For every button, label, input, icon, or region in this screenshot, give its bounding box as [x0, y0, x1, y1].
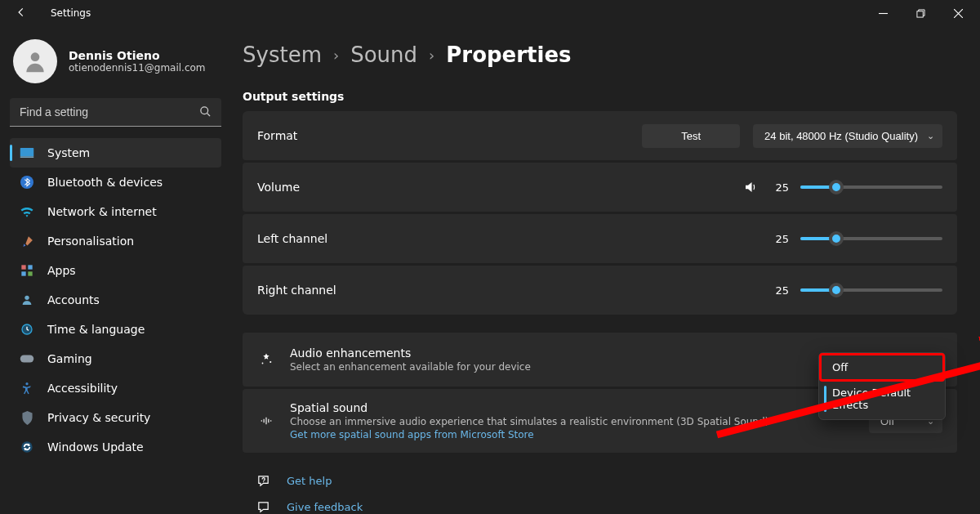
app-title: Settings	[51, 7, 91, 19]
audio-enh-sub: Select an enhancement available for your…	[290, 361, 531, 373]
section-output-label: Output settings	[243, 90, 957, 103]
right-channel-slider[interactable]	[800, 282, 942, 298]
sidebar-item-gaming[interactable]: Gaming	[10, 344, 221, 373]
chevron-right-icon: ›	[333, 47, 339, 64]
user-email: otienodennis11@gmail.com	[69, 62, 206, 74]
sidebar-item-bluetooth[interactable]: Bluetooth & devices	[10, 168, 221, 197]
user-block[interactable]: Dennis Otieno otienodennis11@gmail.com	[10, 39, 221, 98]
svg-point-10	[24, 296, 29, 300]
sidebar-item-label: Gaming	[47, 352, 92, 365]
sidebar-item-label: Personalisation	[47, 235, 134, 248]
right-channel-label: Right channel	[257, 284, 336, 297]
apps-icon	[20, 263, 34, 278]
brush-icon	[20, 234, 34, 248]
left-channel-value: 25	[769, 233, 789, 245]
back-button[interactable]	[15, 7, 28, 20]
sidebar-item-time[interactable]: Time & language	[10, 315, 221, 344]
svg-rect-13	[20, 355, 34, 363]
sidebar-item-label: Apps	[47, 264, 76, 277]
row-volume: Volume 25	[243, 163, 957, 212]
svg-point-18	[263, 480, 264, 481]
titlebar: Settings	[0, 0, 980, 26]
sidebar-item-label: Privacy & security	[47, 411, 150, 424]
search-icon	[199, 105, 212, 120]
svg-point-17	[262, 363, 264, 364]
sidebar-item-update[interactable]: Windows Update	[10, 432, 221, 462]
sidebar-item-label: Network & internet	[47, 205, 157, 218]
shield-icon	[20, 410, 34, 425]
minimize-button[interactable]	[864, 0, 902, 26]
format-dropdown[interactable]: 24 bit, 48000 Hz (Studio Quality) ⌄	[753, 124, 942, 148]
wifi-icon	[20, 204, 34, 219]
svg-point-14	[25, 382, 28, 385]
svg-rect-4	[20, 157, 34, 159]
breadcrumb: System › Sound › Properties	[243, 42, 957, 67]
speaker-icon[interactable]	[743, 180, 758, 194]
get-help-link[interactable]: Get help	[254, 467, 934, 494]
right-channel-value: 25	[769, 284, 789, 297]
page-title: Properties	[446, 42, 571, 67]
sidebar: Dennis Otieno otienodennis11@gmail.com S…	[0, 26, 231, 514]
close-button[interactable]	[939, 0, 977, 26]
enhancements-icon	[257, 352, 275, 367]
accessibility-icon	[20, 381, 34, 396]
row-right-channel: Right channel 25	[243, 266, 957, 315]
sidebar-item-network[interactable]: Network & internet	[10, 197, 221, 226]
volume-slider[interactable]	[800, 179, 942, 195]
sidebar-item-privacy[interactable]: Privacy & security	[10, 403, 221, 432]
clock-icon	[20, 322, 34, 337]
spatial-icon	[257, 414, 275, 427]
gaming-icon	[20, 351, 34, 366]
bluetooth-icon	[20, 175, 34, 190]
left-channel-label: Left channel	[257, 232, 327, 245]
sidebar-item-label: Accounts	[47, 293, 100, 306]
feedback-icon	[254, 500, 272, 514]
spatial-title: Spatial sound	[290, 401, 768, 414]
breadcrumb-system[interactable]: System	[243, 42, 322, 67]
left-channel-slider[interactable]	[800, 230, 942, 247]
menu-item-off[interactable]: Off	[821, 355, 943, 380]
volume-label: Volume	[257, 181, 300, 194]
sidebar-item-apps[interactable]: Apps	[10, 256, 221, 285]
svg-rect-8	[21, 271, 25, 275]
help-icon	[254, 474, 272, 488]
feedback-link[interactable]: Give feedback	[254, 494, 934, 514]
svg-point-2	[201, 106, 208, 114]
sidebar-item-accounts[interactable]: Accounts	[10, 285, 221, 315]
svg-rect-3	[20, 148, 34, 157]
sidebar-item-label: Windows Update	[47, 440, 144, 454]
spatial-link[interactable]: Get more spatial sound apps from Microso…	[290, 429, 768, 440]
sidebar-item-accessibility[interactable]: Accessibility	[10, 373, 221, 403]
chevron-down-icon: ⌄	[927, 131, 934, 141]
volume-value: 25	[769, 181, 789, 194]
svg-point-15	[21, 441, 32, 452]
svg-rect-6	[21, 265, 25, 269]
breadcrumb-sound[interactable]: Sound	[350, 42, 417, 67]
avatar	[13, 39, 57, 83]
svg-point-16	[270, 361, 271, 363]
user-name: Dennis Otieno	[69, 49, 206, 62]
row-format: Format Test 24 bit, 48000 Hz (Studio Qua…	[243, 111, 957, 160]
sidebar-item-label: System	[47, 146, 90, 159]
svg-rect-9	[28, 271, 32, 275]
sidebar-item-label: Bluetooth & devices	[47, 176, 163, 189]
audio-enh-title: Audio enhancements	[290, 346, 531, 360]
audio-enhancements-menu: Off Device Default Effects	[818, 352, 946, 420]
main-panel: System › Sound › Properties Output setti…	[231, 26, 980, 514]
update-icon	[20, 440, 34, 454]
sidebar-item-system[interactable]: System	[10, 138, 221, 168]
svg-rect-0	[916, 11, 922, 16]
sidebar-item-label: Accessibility	[47, 382, 118, 395]
svg-rect-7	[28, 265, 32, 269]
spatial-sub: Choose an immersive audio experience tha…	[290, 416, 768, 427]
test-button[interactable]: Test	[642, 124, 740, 148]
system-icon	[20, 145, 34, 160]
menu-item-device-default[interactable]: Device Default Effects	[821, 380, 943, 418]
format-label: Format	[257, 129, 297, 142]
sidebar-item-personalisation[interactable]: Personalisation	[10, 226, 221, 256]
accounts-icon	[20, 293, 34, 307]
search-input[interactable]	[10, 98, 221, 127]
sidebar-item-label: Time & language	[47, 323, 145, 336]
svg-point-1	[31, 52, 40, 61]
maximize-button[interactable]	[902, 0, 939, 26]
